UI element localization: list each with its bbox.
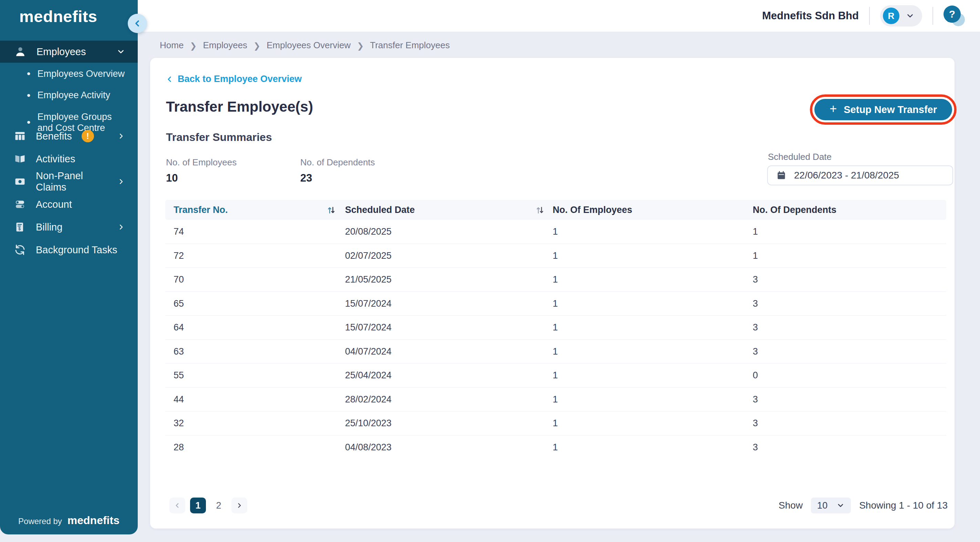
cell-transfer-no: 70	[173, 268, 184, 292]
cell-scheduled-date: 15/07/2024	[345, 316, 391, 340]
table-row[interactable]: 7021/05/202513	[165, 268, 946, 292]
cell-no-of-dependents: 3	[753, 292, 758, 316]
breadcrumb: Home ❯ Employees ❯ Employees Overview ❯ …	[160, 40, 450, 51]
pagination: 1 2	[169, 497, 247, 513]
annotation-highlight-ring: + Setup New Transfer	[810, 94, 956, 125]
table-row[interactable]: 7420/08/202511	[165, 220, 946, 244]
table-row[interactable]: 2804/08/202313	[165, 435, 946, 460]
back-to-employee-overview-link[interactable]: Back to Employee Overview	[166, 74, 302, 84]
cell-no-of-employees: 1	[553, 316, 558, 340]
transfer-card: Back to Employee Overview Transfer Emplo…	[150, 58, 955, 529]
breadcrumb-home[interactable]: Home	[160, 40, 183, 51]
chevron-right-icon: ❯	[357, 41, 364, 51]
sidebar-item-employees-overview[interactable]: • Employees Overview	[27, 68, 130, 79]
chevron-down-icon	[116, 47, 125, 56]
table-row[interactable]: 6415/07/202413	[165, 316, 946, 340]
sidebar-collapse-button[interactable]	[128, 14, 147, 33]
sort-icon[interactable]	[535, 206, 545, 215]
mednefits-logo[interactable]: mednefits	[19, 7, 97, 26]
sync-icon	[14, 244, 26, 256]
powered-by: Powered by mednefits	[0, 514, 138, 527]
column-header-scheduled-date[interactable]: Scheduled Date	[345, 200, 415, 220]
page-button-1[interactable]: 1	[190, 497, 206, 513]
sidebar-item-non-panel-claims[interactable]: Non-Panel Claims	[0, 170, 138, 193]
sidebar-item-account[interactable]: Account	[0, 193, 138, 216]
setup-new-transfer-button[interactable]: + Setup New Transfer	[815, 99, 952, 120]
transfers-table: Transfer No. Scheduled Date No. Of Emplo…	[165, 200, 946, 459]
table-row[interactable]: 4428/02/202413	[165, 387, 946, 412]
table-row[interactable]: 6304/07/202413	[165, 340, 946, 364]
table-header: Transfer No. Scheduled Date No. Of Emplo…	[165, 200, 946, 220]
breadcrumb-employees[interactable]: Employees	[203, 40, 247, 51]
help-button[interactable]: ?	[943, 5, 965, 26]
scheduled-date-label: Scheduled Date	[768, 151, 832, 162]
next-page-button[interactable]	[231, 497, 247, 513]
content: Home ❯ Employees ❯ Employees Overview ❯ …	[138, 32, 980, 542]
previous-page-button[interactable]	[169, 497, 185, 513]
sidebar-item-billing[interactable]: $ Billing	[0, 216, 138, 238]
account-menu[interactable]: R	[880, 5, 922, 27]
cell-transfer-no: 64	[173, 316, 184, 340]
cell-transfer-no: 55	[173, 363, 184, 387]
chevron-down-icon	[837, 501, 845, 510]
cell-no-of-employees: 1	[553, 244, 558, 268]
chevron-right-icon: ❯	[190, 41, 197, 51]
page-title: Transfer Employee(s)	[166, 99, 313, 115]
scheduled-date-range-input[interactable]: 22/06/2023 - 21/08/2025	[767, 166, 953, 185]
stat-no-of-dependents: No. of Dependents 23	[300, 157, 375, 184]
sidebar-item-employees[interactable]: Employees	[0, 41, 138, 63]
invoice-icon: $	[14, 221, 26, 233]
bullet-icon: •	[27, 90, 31, 100]
chevron-left-icon	[166, 75, 173, 83]
cell-scheduled-date: 21/05/2025	[345, 268, 391, 292]
page-size-select[interactable]: 10	[811, 497, 851, 513]
sidebar-item-background-tasks[interactable]: Background Tasks	[0, 238, 138, 261]
chevron-right-icon	[117, 223, 125, 231]
cell-no-of-employees: 1	[553, 435, 558, 460]
stat-no-of-employees: No. of Employees 10	[166, 157, 237, 184]
cell-scheduled-date: 04/07/2024	[345, 340, 391, 364]
table-row[interactable]: 6515/07/202413	[165, 292, 946, 316]
page-button-2[interactable]: 2	[211, 497, 227, 513]
cell-scheduled-date: 25/04/2024	[345, 363, 391, 387]
cell-no-of-employees: 1	[553, 411, 558, 435]
cell-scheduled-date: 04/08/2023	[345, 435, 391, 460]
cell-no-of-dependents: 3	[753, 340, 758, 364]
cell-no-of-employees: 1	[553, 220, 558, 244]
cell-no-of-dependents: 3	[753, 387, 758, 412]
cell-no-of-dependents: 1	[753, 244, 758, 268]
cell-no-of-dependents: 1	[753, 220, 758, 244]
cell-transfer-no: 72	[173, 244, 184, 268]
chevron-right-icon	[117, 177, 125, 186]
chevron-left-icon	[132, 19, 142, 28]
sidebar: mednefits Employees • Employees Overview…	[0, 0, 138, 534]
table-row[interactable]: 3225/10/202313	[165, 411, 946, 435]
sidebar-item-benefits[interactable]: Benefits !	[0, 125, 138, 147]
sort-icon[interactable]	[326, 206, 336, 215]
banknote-icon	[14, 175, 26, 188]
table-rows: 7420/08/2025117202/07/2025117021/05/2025…	[165, 220, 946, 459]
cell-transfer-no: 65	[173, 292, 184, 316]
sidebar-item-activities[interactable]: Activities	[0, 147, 138, 170]
company-name: Mednefits Sdn Bhd	[762, 10, 859, 22]
benefits-icon	[14, 130, 26, 142]
breadcrumb-current: Transfer Employees	[370, 40, 450, 51]
column-header-no-of-dependents: No. Of Dependents	[753, 200, 837, 220]
cell-transfer-no: 63	[173, 340, 184, 364]
cell-scheduled-date: 15/07/2024	[345, 292, 391, 316]
cell-no-of-dependents: 3	[753, 411, 758, 435]
cell-no-of-employees: 1	[553, 363, 558, 387]
column-header-transfer-no[interactable]: Transfer No.	[173, 200, 228, 220]
table-row[interactable]: 5525/04/202410	[165, 363, 946, 387]
table-row[interactable]: 7202/07/202511	[165, 244, 946, 268]
cell-transfer-no: 32	[173, 411, 184, 435]
cell-no-of-dependents: 0	[753, 363, 758, 387]
calendar-icon	[776, 170, 786, 180]
column-header-no-of-employees: No. Of Employees	[553, 200, 632, 220]
cell-no-of-employees: 1	[553, 340, 558, 364]
show-label: Show	[778, 500, 803, 511]
toggles-icon	[14, 198, 26, 210]
sidebar-item-employee-activity[interactable]: • Employee Activity	[27, 89, 130, 100]
breadcrumb-employees-overview[interactable]: Employees Overview	[267, 40, 350, 51]
cell-no-of-dependents: 3	[753, 435, 758, 460]
